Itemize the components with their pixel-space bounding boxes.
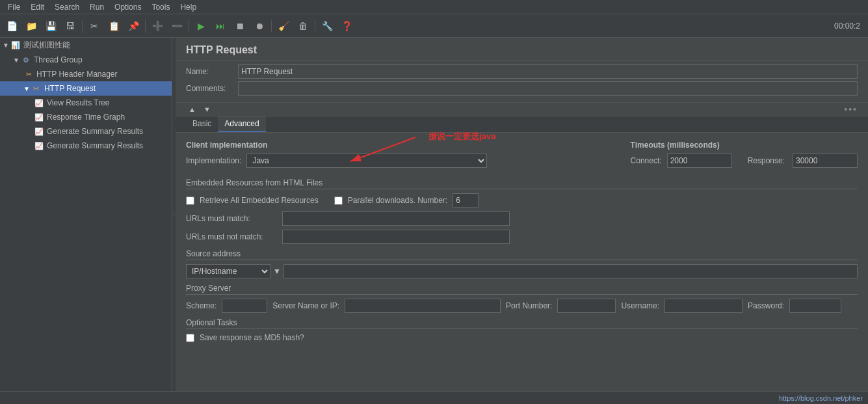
tab-basic[interactable]: Basic bbox=[186, 116, 218, 132]
server-name-input[interactable] bbox=[345, 299, 501, 313]
client-impl-title: Client implementation bbox=[186, 141, 611, 150]
toolbar-copy[interactable]: 📋 bbox=[105, 17, 123, 35]
sidebar-item-view-results-tree[interactable]: 📈 View Results Tree bbox=[0, 96, 172, 110]
source-arrow-icon: ▼ bbox=[273, 267, 281, 276]
toolbar-expand[interactable]: ➕ bbox=[148, 17, 166, 35]
toolbar-open[interactable]: 📁 bbox=[22, 17, 40, 35]
connect-input[interactable] bbox=[667, 154, 732, 168]
source-address-row: IP/Hostname ▼ bbox=[186, 264, 858, 278]
password-input[interactable] bbox=[789, 299, 841, 313]
toolbar-cut[interactable]: ✂ bbox=[85, 17, 103, 35]
menu-file[interactable]: File bbox=[3, 0, 25, 14]
save-md5-checkbox[interactable] bbox=[186, 334, 194, 342]
toolbar: 📄 📁 💾 🖫 ✂ 📋 📌 ➕ ➖ ▶ ⏭ ⏹ ⏺ 🧹 🗑 🔧 ❓ 00:00:… bbox=[0, 14, 868, 38]
sidebar-item-test-plan[interactable]: ▼ 📊 测试抓图性能 bbox=[0, 38, 172, 53]
source-address-input[interactable] bbox=[283, 264, 858, 278]
toolbar-new[interactable]: 📄 bbox=[3, 17, 21, 35]
content-area: HTTP Request Name: Comments: ▲ ▼ ••• Bas… bbox=[176, 38, 868, 391]
advanced-content: Client implementation Implementation: Ja… bbox=[176, 133, 868, 391]
retrieve-all-label: Retrieve All Embedded Resources bbox=[200, 196, 319, 205]
save-md5-row: Save response as MD5 hash? bbox=[186, 333, 858, 342]
sidebar-item-thread-group[interactable]: ▼ ⚙ Thread Group bbox=[0, 53, 172, 67]
urls-must-not-match-input[interactable] bbox=[282, 230, 510, 244]
menu-help[interactable]: Help bbox=[175, 0, 202, 14]
tabs: Basic Advanced bbox=[176, 116, 868, 133]
toolbar-stop-now[interactable]: ⏺ bbox=[250, 17, 269, 35]
retrieve-all-checkbox[interactable] bbox=[186, 196, 194, 205]
implementation-row: Implementation: Java HttpClient4 HttpCli… bbox=[186, 154, 611, 168]
toolbar-question[interactable]: ❓ bbox=[337, 17, 356, 35]
sidebar-item-response-time-graph[interactable]: 📈 Response Time Graph bbox=[0, 110, 172, 124]
sidebar-item-http-header-manager[interactable]: ✂ HTTP Header Manager bbox=[0, 67, 172, 81]
toolbar-paste[interactable]: 📌 bbox=[124, 17, 142, 35]
port-number-input[interactable] bbox=[557, 299, 616, 313]
parallel-downloads-label: Parallel downloads. Number: bbox=[348, 196, 447, 205]
toolbar-clear-all[interactable]: 🗑 bbox=[294, 17, 312, 35]
status-url: https://blog.csdn.net/phker bbox=[779, 394, 863, 402]
expand-thread-group: ▼ bbox=[13, 57, 20, 64]
toolbar-sep-5 bbox=[315, 20, 315, 33]
timeout-row: Connect: Response: bbox=[631, 154, 858, 168]
menu-bar: File Edit Search Run Options Tools Help bbox=[0, 0, 868, 14]
parallel-downloads-input[interactable] bbox=[453, 193, 479, 208]
expand-test-plan: ▼ bbox=[3, 42, 9, 49]
menu-tools[interactable]: Tools bbox=[146, 0, 175, 14]
toolbar-save-as[interactable]: 🖫 bbox=[61, 17, 79, 35]
toolbar-run-no-pause[interactable]: ⏭ bbox=[211, 17, 230, 35]
content-toolbar-up[interactable]: ▲ bbox=[186, 104, 198, 114]
toolbar-save[interactable]: 💾 bbox=[42, 17, 60, 35]
urls-must-match-input[interactable] bbox=[282, 211, 510, 226]
toolbar-sep-3 bbox=[189, 20, 189, 33]
scheme-input[interactable] bbox=[222, 299, 267, 313]
toolbar-clear[interactable]: 🧹 bbox=[274, 17, 293, 35]
comments-input[interactable] bbox=[238, 81, 858, 96]
http-request-label: HTTP Request bbox=[44, 84, 96, 93]
comments-label: Comments: bbox=[186, 84, 238, 93]
urls-must-match-label: URLs must match: bbox=[186, 214, 277, 223]
menu-options[interactable]: Options bbox=[109, 0, 146, 14]
tab-advanced[interactable]: Advanced bbox=[218, 116, 265, 132]
password-label: Password: bbox=[748, 301, 784, 310]
thread-group-label: Thread Group bbox=[34, 55, 83, 64]
scheme-label: Scheme: bbox=[186, 301, 217, 310]
username-input[interactable] bbox=[664, 299, 743, 313]
toolbar-collapse[interactable]: ➖ bbox=[168, 17, 186, 35]
menu-edit[interactable]: Edit bbox=[25, 0, 49, 14]
content-toolbar-down[interactable]: ▼ bbox=[201, 104, 213, 114]
connect-label: Connect: bbox=[631, 156, 662, 165]
response-time-label: Response Time Graph bbox=[47, 113, 125, 122]
toolbar-functions[interactable]: 🔧 bbox=[318, 17, 336, 35]
proxy-title: Proxy Server bbox=[186, 284, 858, 295]
optional-tasks-title: Optional Tasks bbox=[186, 318, 858, 329]
response-input[interactable] bbox=[793, 154, 858, 168]
sidebar-item-generate-summary-1[interactable]: 📈 Generate Summary Results bbox=[0, 124, 172, 139]
name-row: Name: bbox=[186, 64, 858, 79]
content-toolbar-dots: ••• bbox=[844, 104, 858, 114]
name-input[interactable] bbox=[238, 64, 858, 79]
toolbar-run[interactable]: ▶ bbox=[192, 17, 210, 35]
menu-run[interactable]: Run bbox=[85, 0, 109, 14]
toolbar-time: 00:00:2 bbox=[834, 21, 865, 31]
toolbar-stop[interactable]: ⏹ bbox=[231, 17, 249, 35]
http-request-icon: ✂ bbox=[31, 83, 42, 94]
toolbar-sep-2 bbox=[145, 20, 146, 33]
thread-group-icon: ⚙ bbox=[21, 55, 31, 65]
embedded-title: Embedded Resources from HTML Files bbox=[186, 178, 858, 189]
response-label: Response: bbox=[748, 156, 785, 165]
http-header-label: HTTP Header Manager bbox=[36, 70, 118, 79]
sidebar-item-http-request[interactable]: ▼ ✂ HTTP Request bbox=[0, 81, 172, 96]
response-time-icon: 📈 bbox=[34, 112, 44, 122]
timeouts-title: Timeouts (milliseconds) bbox=[631, 141, 858, 150]
server-name-label: Server Name or IP: bbox=[272, 301, 339, 310]
parallel-downloads-checkbox[interactable] bbox=[334, 196, 343, 205]
username-label: Username: bbox=[621, 301, 659, 310]
generate-summary-2-icon: 📈 bbox=[34, 141, 44, 151]
sidebar-item-generate-summary-2[interactable]: 📈 Generate Summary Results bbox=[0, 139, 172, 153]
implementation-select[interactable]: Java HttpClient4 HttpClient3.1 bbox=[246, 154, 487, 168]
view-results-label: View Results Tree bbox=[47, 98, 110, 107]
source-address-select[interactable]: IP/Hostname bbox=[186, 264, 270, 278]
menu-search[interactable]: Search bbox=[49, 0, 85, 14]
test-plan-label: 测试抓图性能 bbox=[23, 40, 70, 51]
source-address-title: Source address bbox=[186, 249, 858, 260]
generate-summary-1-label: Generate Summary Results bbox=[47, 127, 143, 136]
